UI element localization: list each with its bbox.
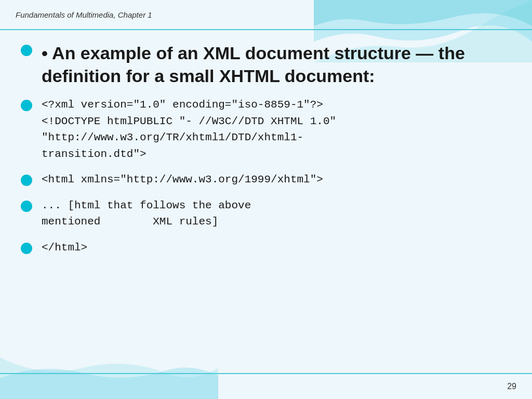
page-number: 29 — [507, 382, 516, 391]
bullet-item-code-1: <?xml version="1.0" encoding="iso-8859-1… — [21, 97, 511, 162]
header-title: Fundamentals of Multimedia, Chapter 1 — [16, 10, 152, 19]
bullet-list: • An example of an XML document structur… — [21, 42, 511, 256]
code-text-3: ... [html that follows the above mention… — [42, 200, 251, 228]
bullet-item-code-4: </html> — [21, 240, 511, 256]
code-text-4: </html> — [42, 242, 87, 254]
bullet-dot-code-1 — [21, 100, 32, 111]
bullet-dot-code-4 — [21, 243, 32, 254]
bullet-dot-title — [21, 45, 32, 56]
bullet-dot-code-2 — [21, 175, 32, 186]
bullet-item-title: • An example of an XML document structur… — [21, 42, 511, 87]
slide: Fundamentals of Multimedia, Chapter 1 29… — [0, 0, 532, 399]
bullet-dot-code-3 — [21, 201, 32, 212]
slide-content: • An example of an XML document structur… — [16, 31, 516, 372]
slide-footer: 29 — [0, 373, 532, 399]
slide-header: Fundamentals of Multimedia, Chapter 1 — [0, 0, 532, 30]
title-text: • An example of an XML document structur… — [42, 43, 465, 86]
bullet-item-code-3: ... [html that follows the above mention… — [21, 197, 511, 230]
bullet-item-code-2: <html xmlns="http://www.w3.org/1999/xhtm… — [21, 171, 511, 188]
code-text-2: <html xmlns="http://www.w3.org/1999/xhtm… — [42, 174, 323, 185]
code-text-1: <?xml version="1.0" encoding="iso-8859-1… — [42, 99, 336, 160]
